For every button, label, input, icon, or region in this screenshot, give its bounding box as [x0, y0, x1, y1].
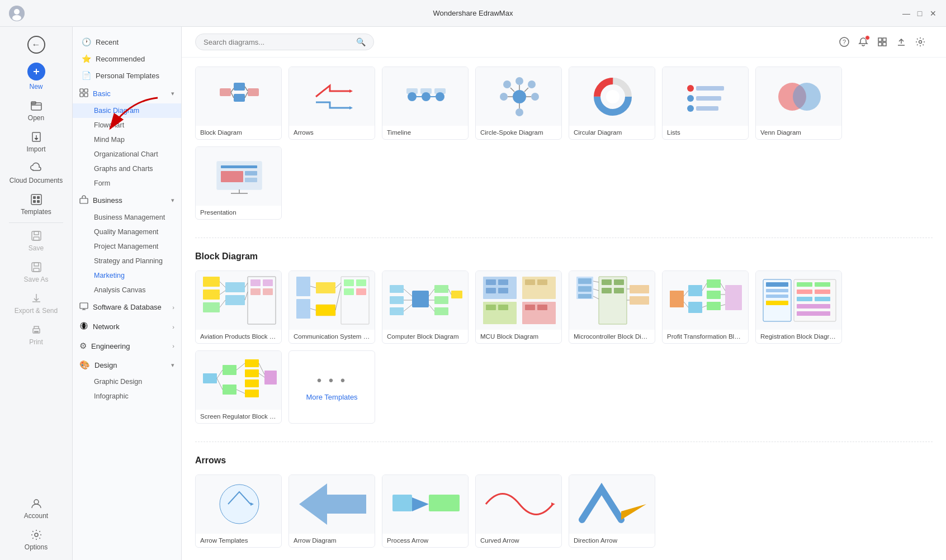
arrows-templates-grid: Arrow Templates Arrow Diagram — [195, 474, 933, 548]
template-computer[interactable]: Computer Block Diagram — [382, 270, 469, 344]
arrows-2-label: Arrow Diagram — [289, 534, 375, 547]
sidebar-item-personal[interactable]: 📄 Personal Templates — [73, 67, 181, 84]
minimize-button[interactable]: — — [902, 10, 910, 17]
business-chevron: ▾ — [171, 197, 174, 204]
back-button[interactable]: ← — [0, 31, 72, 58]
sidebar-item-recommended[interactable]: ⭐ Recommended — [73, 50, 181, 67]
arrows-section: Arrows Arrow Templates — [182, 447, 946, 560]
maximize-button[interactable]: □ — [916, 10, 924, 17]
close-button[interactable]: ✕ — [929, 10, 937, 17]
template-timeline[interactable]: Timeline — [382, 67, 469, 140]
profile-avatar[interactable] — [9, 6, 25, 21]
presentation-label: Presentation — [196, 206, 281, 219]
template-arrows-1[interactable]: Arrow Templates — [195, 474, 282, 548]
template-arrows-3[interactable]: Process Arrow — [382, 474, 469, 548]
template-aviation[interactable]: Aviation Products Block Di... — [195, 270, 282, 344]
sidebar-category-basic[interactable]: Basic ▾ — [73, 84, 181, 103]
sidebar-item-marketing[interactable]: Marketing — [73, 268, 181, 283]
sidebar-item-project[interactable]: Project Management — [73, 239, 181, 254]
search-input[interactable] — [204, 38, 352, 46]
sidebar-item-biz-mgmt[interactable]: Business Management — [73, 210, 181, 225]
open-button[interactable]: Open — [0, 95, 72, 126]
save-button[interactable]: Save — [0, 225, 72, 257]
sidebar-item-graphic-design[interactable]: Graphic Design — [73, 374, 181, 389]
template-microcontroller[interactable]: Microcontroller Block Diag... — [569, 270, 655, 344]
sidebar-category-design[interactable]: 🎨 Design ▾ — [73, 355, 181, 374]
grid-button[interactable] — [874, 34, 890, 50]
more-templates-card[interactable]: • • • More Templates — [288, 350, 375, 424]
sidebar-item-quality[interactable]: Quality Management — [73, 225, 181, 239]
template-venn[interactable]: Venn Diagram — [755, 67, 842, 140]
svg-line-113 — [335, 286, 341, 310]
sidebar-item-basic-diagram[interactable]: Basic Diagram — [73, 103, 181, 118]
print-button[interactable]: Print — [0, 319, 72, 350]
sidebar-item-graphs[interactable]: Graphs and Charts — [73, 162, 181, 176]
template-profit[interactable]: Profit Transformation Bloc... — [662, 270, 749, 344]
svg-rect-189 — [223, 385, 236, 395]
svg-point-60 — [528, 80, 536, 88]
svg-rect-93 — [263, 279, 273, 286]
sidebar-item-flowchart[interactable]: Flowchart — [73, 118, 181, 132]
template-block-diagram[interactable]: Block Diagram — [195, 67, 282, 140]
import-button[interactable]: Import — [0, 126, 72, 158]
sidebar-item-org-chart[interactable]: Organizational Chart — [73, 147, 181, 162]
search-bar[interactable]: 🔍 — [195, 34, 374, 50]
top-icons: ? — [836, 34, 933, 50]
template-arrows[interactable]: Arrows — [288, 67, 375, 140]
cloud-documents-button[interactable]: Cloud Documents — [0, 158, 72, 189]
svg-rect-165 — [725, 285, 742, 310]
template-circle-spoke[interactable]: Circle-Spoke Diagram — [475, 67, 562, 140]
template-lists[interactable]: Lists — [662, 67, 749, 140]
template-presentation[interactable]: Presentation — [195, 146, 282, 220]
sidebar-item-analysis[interactable]: Analysis Canvas — [73, 283, 181, 297]
svg-rect-104 — [316, 305, 335, 316]
svg-line-196 — [217, 378, 223, 390]
upload-button[interactable] — [893, 34, 909, 50]
template-registration[interactable]: Registration Block Diagram — [755, 270, 842, 344]
sidebar-item-form[interactable]: Form — [73, 176, 181, 191]
block-diagram-label: Block Diagram — [196, 126, 281, 139]
sidebar-item-strategy[interactable]: Strategy and Planning — [73, 254, 181, 268]
network-chevron: › — [172, 324, 174, 330]
template-mcu[interactable]: MCU Block Diagram — [475, 270, 562, 344]
account-button[interactable]: Account — [0, 493, 72, 524]
svg-line-166 — [684, 291, 688, 296]
svg-point-36 — [919, 41, 922, 44]
save-as-button[interactable]: Save As — [0, 257, 72, 288]
new-button[interactable]: New — [0, 58, 72, 95]
svg-rect-25 — [80, 93, 83, 97]
sidebar-item-recent[interactable]: 🕐 Recent — [73, 34, 181, 50]
circular-label: Circular Diagram — [569, 126, 655, 139]
section-divider-2 — [195, 442, 933, 442]
arrows-5-label: Direction Arrow — [569, 534, 655, 547]
template-screen[interactable]: Screen Regulator Block Dia... — [195, 350, 282, 424]
settings-button[interactable] — [912, 34, 928, 50]
svg-rect-159 — [670, 291, 684, 307]
sidebar-category-software[interactable]: Software & Database › — [73, 297, 181, 317]
export-button[interactable]: Export & Send — [0, 288, 72, 319]
svg-rect-144 — [578, 278, 592, 284]
options-button[interactable]: Options — [0, 524, 72, 556]
help-button[interactable]: ? — [836, 34, 852, 50]
template-arrows-4[interactable]: Curved Arrow — [475, 474, 562, 548]
sidebar-item-mind-map[interactable]: Mind Map — [73, 132, 181, 147]
arrows-1-label: Arrow Templates — [196, 534, 281, 547]
svg-rect-20 — [34, 331, 39, 333]
circular-thumb — [569, 67, 655, 126]
arrows-2-thumb — [289, 475, 375, 534]
computer-thumb — [382, 271, 469, 330]
template-arrows-2[interactable]: Arrow Diagram — [288, 474, 375, 548]
screen-label: Screen Regulator Block Dia... — [196, 410, 281, 423]
svg-rect-117 — [412, 291, 429, 307]
sidebar-category-network[interactable]: Network › — [73, 317, 181, 336]
templates-button[interactable]: Templates — [0, 189, 72, 220]
sidebar-category-engineering[interactable]: ⚙ Engineering › — [73, 336, 181, 355]
template-circular[interactable]: Circular Diagram — [569, 67, 655, 140]
sidebar-category-business[interactable]: Business ▾ — [73, 191, 181, 210]
svg-rect-183 — [797, 297, 812, 301]
svg-rect-181 — [797, 290, 812, 294]
template-arrows-5[interactable]: Direction Arrow — [569, 474, 655, 548]
sidebar-item-infographic[interactable]: Infographic — [73, 389, 181, 404]
template-communication[interactable]: Communication System Bl... — [288, 270, 375, 344]
notification-button[interactable] — [855, 34, 871, 50]
